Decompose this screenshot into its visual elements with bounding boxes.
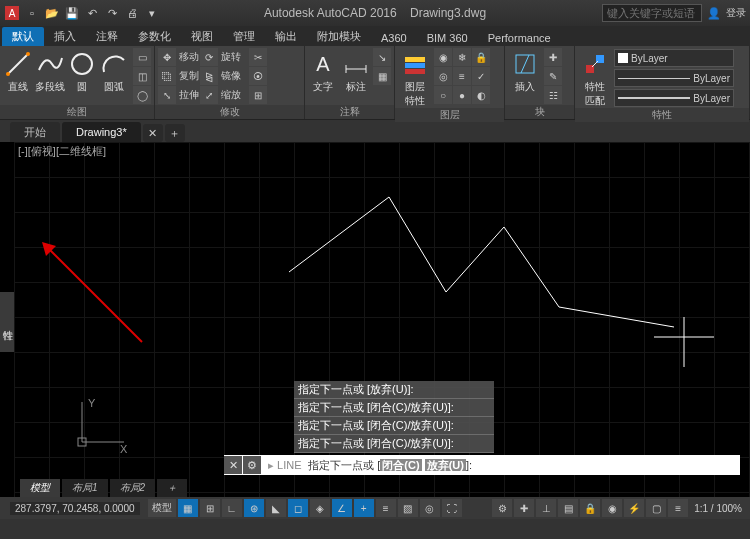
leader-tool[interactable]: ↘ (373, 48, 391, 66)
annoscale-toggle[interactable]: ⛶ (442, 499, 462, 517)
quick-props[interactable]: ▤ (558, 499, 578, 517)
tab-parametric[interactable]: 参数化 (128, 27, 181, 46)
snap-toggle[interactable]: ⊞ (200, 499, 220, 517)
add-tab-button[interactable]: ＋ (165, 124, 185, 142)
layer-props-button[interactable]: 图层 特性 (398, 47, 432, 108)
tab-layout1[interactable]: 布局1 (62, 479, 108, 497)
tab-bim360[interactable]: BIM 360 (417, 30, 478, 46)
workspace-switch[interactable]: ⚙ (492, 499, 512, 517)
hatch-tool[interactable]: ◫ (133, 67, 151, 85)
tab-output[interactable]: 输出 (265, 27, 307, 46)
line-bylayer[interactable]: ByLayer (614, 69, 734, 87)
table-tool[interactable]: ▦ (373, 67, 391, 85)
trim-tool[interactable]: ✂ (249, 48, 267, 66)
dyn-toggle[interactable]: + (354, 499, 374, 517)
move-tool[interactable]: ✥ (158, 48, 176, 66)
layout-tabs: 模型 布局1 布局2 ＋ (20, 479, 187, 497)
fillet-tool[interactable]: ⦿ (249, 67, 267, 85)
iso-toggle[interactable]: ◣ (266, 499, 286, 517)
match-props-button[interactable]: 特性 匹配 (578, 47, 612, 108)
block-create[interactable]: ✚ (544, 48, 562, 66)
tab-layout2[interactable]: 布局2 (110, 479, 156, 497)
app-menu-icon[interactable]: A (4, 5, 20, 21)
mirror-tool[interactable]: ⧎ (200, 67, 218, 85)
help-search-input[interactable] (602, 4, 702, 22)
tab-default[interactable]: 默认 (2, 27, 44, 46)
tab-manage[interactable]: 管理 (223, 27, 265, 46)
qat-dropdown-icon[interactable]: ▾ (144, 5, 160, 21)
properties-palette-tab[interactable]: 特性 (0, 292, 14, 352)
redo-icon[interactable]: ↷ (104, 5, 120, 21)
cmd-close-icon[interactable]: ✕ (224, 456, 242, 474)
ortho-toggle[interactable]: ∟ (222, 499, 242, 517)
tab-performance[interactable]: Performance (478, 30, 561, 46)
polyline-button[interactable]: 多段线 (35, 47, 65, 94)
signin-icon[interactable]: 👤 (706, 5, 722, 21)
zoom-level[interactable]: 1:1 / 100% (690, 503, 746, 514)
lock-ui[interactable]: 🔒 (580, 499, 600, 517)
block-edit[interactable]: ✎ (544, 67, 562, 85)
scale-tool[interactable]: ⤢ (200, 86, 218, 104)
command-input[interactable]: ▸ LINE 指定下一点或 [闭合(C) 放弃(U)]: (262, 458, 472, 473)
layer-freeze[interactable]: ❄ (453, 48, 471, 66)
array-tool[interactable]: ⊞ (249, 86, 267, 104)
block-attr[interactable]: ☷ (544, 86, 562, 104)
tab-start[interactable]: 开始 (10, 122, 60, 142)
tab-a360[interactable]: A360 (371, 30, 417, 46)
tab-view[interactable]: 视图 (181, 27, 223, 46)
tab-addins[interactable]: 附加模块 (307, 27, 371, 46)
color-bylayer[interactable]: ByLayer (614, 49, 734, 67)
layer-iso[interactable]: ◎ (434, 67, 452, 85)
plot-icon[interactable]: 🖨 (124, 5, 140, 21)
layer-c[interactable]: ◐ (472, 86, 490, 104)
stretch-tool[interactable]: ⤡ (158, 86, 176, 104)
viewport[interactable]: [-][俯视][二维线框] Y X 指定下一点或 [放弃(U)]: 指定下一点或… (14, 142, 750, 497)
otrack-toggle[interactable]: ∠ (332, 499, 352, 517)
circle-button[interactable]: 圆 (67, 47, 97, 94)
3dosnap-toggle[interactable]: ◈ (310, 499, 330, 517)
tab-model[interactable]: 模型 (20, 479, 60, 497)
tab-insert[interactable]: 插入 (44, 27, 86, 46)
copy-tool[interactable]: ⿻ (158, 67, 176, 85)
command-line[interactable]: ✕ ⚙ ▸ LINE 指定下一点或 [闭合(C) 放弃(U)]: (224, 455, 740, 475)
layer-state[interactable]: ≡ (453, 67, 471, 85)
arc-button[interactable]: 圆弧 (99, 47, 129, 94)
customize-status[interactable]: ≡ (668, 499, 688, 517)
save-icon[interactable]: 💾 (64, 5, 80, 21)
tab-annotate[interactable]: 注释 (86, 27, 128, 46)
grid-toggle[interactable]: ▦ (178, 499, 198, 517)
modelspace-toggle[interactable]: 模型 (148, 499, 176, 517)
annotation-monitor[interactable]: ✚ (514, 499, 534, 517)
layer-off[interactable]: ◉ (434, 48, 452, 66)
dim-button[interactable]: 标注 (341, 47, 372, 94)
layer-b[interactable]: ● (453, 86, 471, 104)
osnap-toggle[interactable]: ◻ (288, 499, 308, 517)
tab-drawing[interactable]: Drawing3* (62, 122, 141, 142)
insert-block-button[interactable]: 插入 (508, 47, 542, 94)
ellipse-tool[interactable]: ◯ (133, 86, 151, 104)
line-button[interactable]: 直线 (3, 47, 33, 94)
transp-toggle[interactable]: ▨ (398, 499, 418, 517)
signin-label[interactable]: 登录 (726, 6, 746, 20)
clean-screen[interactable]: ▢ (646, 499, 666, 517)
cmd-customize-icon[interactable]: ⚙ (243, 456, 261, 474)
undo-icon[interactable]: ↶ (84, 5, 100, 21)
lw-bylayer[interactable]: ByLayer (614, 89, 734, 107)
isolate-objects[interactable]: ◉ (602, 499, 622, 517)
layer-lock[interactable]: 🔒 (472, 48, 490, 66)
new-tab-button[interactable]: ✕ (143, 124, 163, 142)
open-icon[interactable]: 📂 (44, 5, 60, 21)
tab-layout-add[interactable]: ＋ (157, 479, 187, 497)
polar-toggle[interactable]: ⊛ (244, 499, 264, 517)
hardware-accel[interactable]: ⚡ (624, 499, 644, 517)
new-icon[interactable]: ▫ (24, 5, 40, 21)
svg-text:X: X (120, 443, 128, 455)
rect-tool[interactable]: ▭ (133, 48, 151, 66)
text-button[interactable]: A 文字 (308, 47, 339, 94)
layer-match[interactable]: ✓ (472, 67, 490, 85)
lw-toggle[interactable]: ≡ (376, 499, 396, 517)
cycle-toggle[interactable]: ◎ (420, 499, 440, 517)
units-toggle[interactable]: ⊥ (536, 499, 556, 517)
layer-a[interactable]: ○ (434, 86, 452, 104)
rotate-tool[interactable]: ⟳ (200, 48, 218, 66)
